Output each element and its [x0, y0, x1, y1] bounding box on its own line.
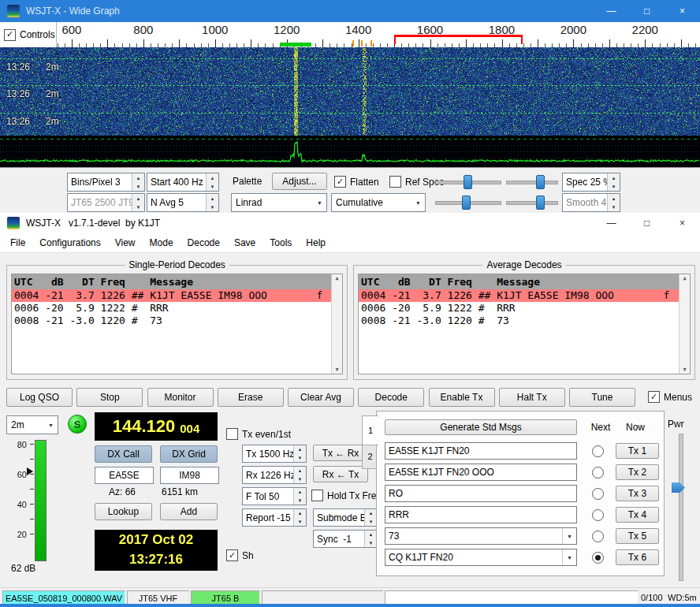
spinner-arrows-icon[interactable]	[607, 173, 620, 191]
tx-message-4-field[interactable]: RRR	[385, 506, 577, 523]
tx-3-button[interactable]: Tx 3	[616, 486, 659, 501]
tx-frequency-spinner[interactable]: Tx 1500 Hz	[242, 445, 307, 463]
enable-tx-button[interactable]: Enable Tx	[429, 388, 495, 407]
spinner-arrows-icon[interactable]	[206, 173, 218, 191]
clear-avg-button[interactable]: Clear Avg	[288, 388, 354, 407]
spinner-arrows-icon[interactable]	[132, 173, 144, 191]
spectrum-gain-slider[interactable]	[435, 194, 501, 210]
decode-row[interactable]: 0004 -21 3.7 1226 ## K1JT EA5SE IM98 OOO…	[359, 289, 680, 302]
spinner-arrows-icon[interactable]	[293, 467, 306, 483]
waterfall-gain-slider[interactable]	[435, 173, 501, 189]
decode-row[interactable]: 0008 -21 -3.0 1220 # 73	[12, 315, 332, 327]
maximize-icon[interactable]: □	[629, 213, 665, 233]
menu-item-file[interactable]: File	[3, 235, 32, 251]
slider-handle[interactable]	[536, 175, 545, 189]
decode-text-area[interactable]: UTC dB DT Freq Message 0004 -21 3.7 1226…	[358, 274, 691, 374]
tx-message-1-field[interactable]: EA5SE K1JT FN20	[385, 442, 577, 460]
slider-handle[interactable]	[462, 196, 471, 210]
waterfall-zero-slider[interactable]	[506, 173, 558, 189]
menu-item-mode[interactable]: Mode	[143, 235, 181, 251]
tab-1[interactable]: 1	[362, 415, 378, 445]
f-tol-spinner[interactable]: F Tol 50	[242, 487, 307, 505]
band-combo[interactable]: 2m	[6, 415, 58, 434]
submode-spinner[interactable]: Submode B	[313, 508, 378, 527]
stop-button[interactable]: Stop	[76, 388, 143, 407]
frequency-scale[interactable]: 6008001000120014001600180020002200 Contr…	[0, 22, 700, 47]
tx-1-button[interactable]: Tx 1	[616, 443, 659, 459]
slider-handle[interactable]	[464, 175, 472, 189]
smooth-spinner[interactable]: Smooth 4	[562, 193, 620, 212]
sync-spinner[interactable]: Sync -1	[313, 530, 378, 548]
tx-from-rx-button[interactable]: Tx ← Rx	[313, 445, 368, 461]
spectrum-type-combo[interactable]: Cumulative	[331, 193, 426, 212]
decode-button[interactable]: Decode	[358, 388, 424, 407]
minimize-icon[interactable]: —	[594, 0, 629, 22]
palette-combo[interactable]: Linrad	[231, 193, 327, 212]
sh-checkbox[interactable]: Sh	[226, 549, 254, 561]
decode-row[interactable]: 0006 -20 5.9 1222 # RRR	[359, 302, 680, 315]
maximize-icon[interactable]: □	[629, 0, 665, 22]
next-radio-3[interactable]	[592, 488, 604, 500]
decode-row[interactable]: 0006 -20 5.9 1222 # RRR	[12, 302, 332, 315]
next-radio-1[interactable]	[592, 445, 604, 457]
erase-button[interactable]: Erase	[218, 388, 284, 407]
spinner-arrows-icon[interactable]	[364, 509, 377, 526]
controls-checkbox[interactable]: Controls	[4, 29, 55, 41]
close-icon[interactable]: ×	[665, 0, 700, 22]
halt-tx-button[interactable]: Halt Tx	[499, 388, 565, 407]
add-button[interactable]: Add	[160, 503, 218, 520]
monitor-button[interactable]: Monitor	[147, 388, 214, 407]
next-radio-6[interactable]	[592, 552, 604, 564]
menu-item-configurations[interactable]: Configurations	[32, 235, 107, 251]
bins-per-pixel-spinner[interactable]: Bins/Pixel 3	[67, 173, 145, 192]
close-icon[interactable]: ×	[665, 213, 700, 233]
tx-even-checkbox[interactable]: Tx even/1st	[226, 428, 291, 440]
dx-grid-button[interactable]: DX Grid	[160, 445, 218, 463]
spinner-arrows-icon[interactable]	[206, 194, 218, 211]
generate-std-msgs-button[interactable]: Generate Std Msgs	[385, 419, 577, 435]
menu-item-view[interactable]: View	[108, 235, 143, 251]
decode-row[interactable]: 0008 -21 -3.0 1220 # 73	[359, 315, 680, 327]
menu-item-decode[interactable]: Decode	[181, 235, 227, 251]
dx-call-button[interactable]: DX Call	[95, 445, 152, 463]
rx-frequency-spinner[interactable]: Rx 1226 Hz	[242, 466, 307, 484]
dx-grid-field[interactable]: IM98	[160, 467, 219, 484]
report-spinner[interactable]: Report -15	[242, 508, 307, 527]
menu-item-tools[interactable]: Tools	[262, 235, 299, 251]
scrollbar[interactable]	[679, 274, 690, 374]
minimize-icon[interactable]: —	[594, 213, 629, 233]
slider-handle[interactable]	[536, 196, 545, 210]
start-frequency-spinner[interactable]: Start 400 Hz	[147, 173, 219, 192]
pwr-slider[interactable]	[679, 434, 683, 581]
n-avg-spinner[interactable]: N Avg 5	[147, 193, 219, 212]
menu-item-help[interactable]: Help	[299, 235, 333, 251]
flatten-checkbox[interactable]: Flatten	[334, 176, 379, 188]
scrollbar[interactable]	[331, 274, 342, 374]
log-qso-button[interactable]: Log QSO	[6, 388, 73, 407]
decode-text-area[interactable]: UTC dB DT Freq Message 0004 -21 3.7 1226…	[11, 274, 343, 374]
spinner-arrows-icon[interactable]	[293, 445, 306, 462]
decode-row[interactable]: 0004 -21 3.7 1226 ## K1JT EA5SE IM98 OOO…	[12, 289, 332, 302]
next-radio-2[interactable]	[592, 467, 604, 479]
spinner-arrows-icon[interactable]	[293, 509, 306, 526]
tune-button[interactable]: Tune	[569, 388, 635, 407]
tx-message-6-field[interactable]: CQ K1JT FN20	[385, 549, 577, 566]
spectrum-zero-slider[interactable]	[506, 194, 558, 210]
waterfall[interactable]: 13:262m13:262m13:262m	[0, 47, 700, 136]
rx-from-tx-button[interactable]: Rx ← Tx	[313, 466, 368, 482]
tx-6-button[interactable]: Tx 6	[616, 549, 659, 565]
tx-4-button[interactable]: Tx 4	[616, 507, 659, 523]
tx-message-3-field[interactable]: RO	[385, 485, 577, 502]
tx-5-button[interactable]: Tx 5	[616, 528, 659, 544]
next-radio-5[interactable]	[592, 531, 604, 542]
menus-checkbox[interactable]: Menus	[648, 391, 692, 403]
tx-message-2-field[interactable]: EA5SE K1JT FN20 OOO	[385, 464, 577, 481]
spinner-arrows-icon[interactable]	[607, 194, 620, 211]
adjust-palette-button[interactable]: Adjust...	[272, 173, 327, 190]
spinner-arrows-icon[interactable]	[364, 531, 377, 547]
dx-call-field[interactable]: EA5SE	[95, 467, 154, 484]
spinner-arrows-icon[interactable]	[293, 488, 306, 505]
tx-message-5-field[interactable]: 73	[385, 527, 577, 545]
hold-tx-freq-checkbox[interactable]: Hold Tx Freq	[311, 490, 382, 501]
tx-2-button[interactable]: Tx 2	[616, 464, 659, 480]
